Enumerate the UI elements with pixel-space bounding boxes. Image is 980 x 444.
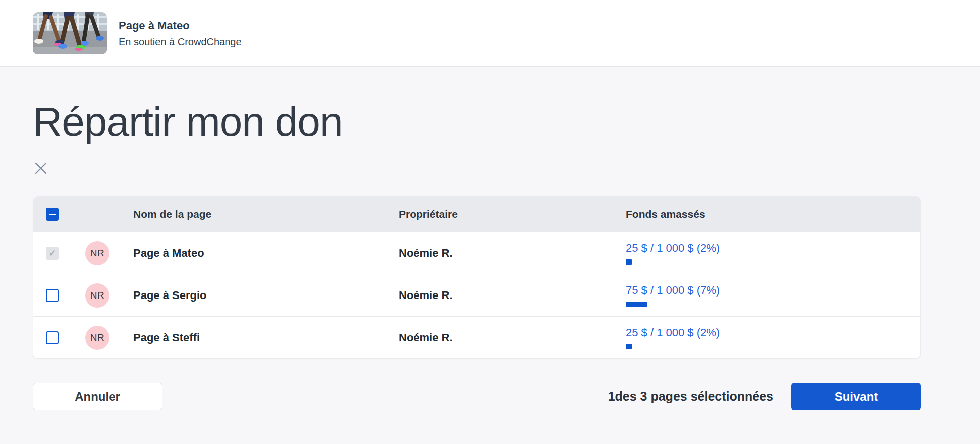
- close-icon: [33, 160, 49, 176]
- next-button[interactable]: Suivant: [791, 383, 921, 410]
- page-name: Page à Steffi: [133, 331, 399, 344]
- indeterminate-dash-icon: [49, 214, 56, 215]
- funds-progress-fill: [626, 302, 647, 307]
- footer-actions: Annuler 1des 3 pages sélectionnées Suiva…: [33, 383, 921, 410]
- app-header: Page à Mateo En soutien à CrowdChange: [0, 0, 980, 67]
- column-header-name: Nom de la page: [133, 208, 399, 220]
- funds-progress-bar: [626, 302, 921, 307]
- row-checkbox[interactable]: [46, 289, 59, 302]
- campaign-subtitle: En soutien à CrowdChange: [119, 36, 242, 48]
- check-icon: ✓: [48, 248, 56, 259]
- campaign-photo: [33, 12, 107, 54]
- column-header-funds: Fonds amassés: [626, 208, 920, 220]
- page-owner: Noémie R.: [399, 289, 626, 302]
- avatar: NR: [85, 326, 109, 350]
- page-name: Page à Mateo: [133, 247, 399, 260]
- page-name: Page à Sergio: [133, 289, 399, 302]
- main-content: Répartir mon don Nom de la page Propriét…: [0, 67, 980, 410]
- funds-raised-text: 75 $ / 1 000 $ (7%): [626, 284, 921, 297]
- funds-progress-bar: [626, 344, 921, 349]
- funds-progress-fill: [626, 259, 632, 265]
- close-button[interactable]: [33, 160, 49, 176]
- page-title: Répartir mon don: [33, 97, 921, 147]
- avatar: NR: [85, 241, 109, 265]
- avatar: NR: [85, 283, 109, 308]
- page-owner: Noémie R.: [399, 247, 626, 260]
- pages-table: Nom de la page Propriétaire Fonds amassé…: [33, 196, 921, 359]
- cancel-button[interactable]: Annuler: [33, 383, 162, 410]
- funds-raised-text: 25 $ / 1 000 $ (2%): [626, 326, 921, 339]
- funds-progress-fill: [626, 344, 632, 349]
- select-all-checkbox[interactable]: [46, 208, 59, 221]
- funds-progress-bar: [626, 259, 921, 265]
- table-row: NR Page à Sergio Noémie R. 75 $ / 1 000 …: [33, 274, 920, 316]
- table-row: NR Page à Steffi Noémie R. 25 $ / 1 000 …: [33, 316, 920, 358]
- row-checkbox-disabled: ✓: [46, 247, 59, 260]
- funds-raised-text: 25 $ / 1 000 $ (2%): [626, 242, 921, 255]
- table-header-row: Nom de la page Propriétaire Fonds amassé…: [33, 197, 920, 232]
- column-header-owner: Propriétaire: [399, 208, 626, 220]
- row-checkbox[interactable]: [46, 331, 59, 344]
- campaign-title: Page à Mateo: [119, 19, 242, 32]
- page-owner: Noémie R.: [399, 331, 626, 344]
- table-row: ✓ NR Page à Mateo Noémie R. 25 $ / 1 000…: [33, 232, 920, 274]
- selection-count-text: 1des 3 pages sélectionnées: [608, 389, 773, 404]
